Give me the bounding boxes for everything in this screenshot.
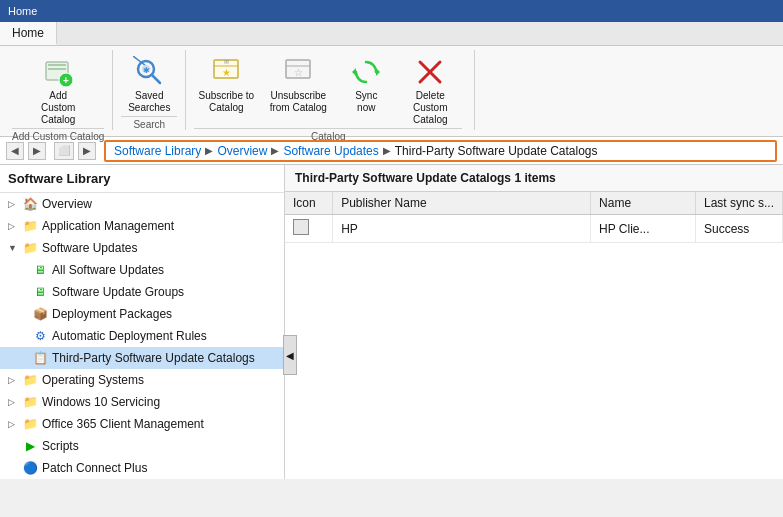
title-bar-label: Home	[8, 5, 37, 17]
saved-searches-label: Saved Searches	[128, 90, 170, 114]
add-catalog-icon: +	[42, 56, 74, 88]
unsubscribe-button[interactable]: ☆ Unsubscribe from Catalog	[262, 54, 334, 116]
svg-marker-17	[376, 68, 380, 76]
sidebar-label-all-sw: All Software Updates	[52, 263, 164, 277]
sync-button[interactable]: Sync now	[338, 54, 394, 116]
sidebar-collapse-button[interactable]: ◀	[283, 335, 297, 375]
sw-groups-icon: 🖥	[32, 284, 48, 300]
overview-icon: 🏠	[22, 196, 38, 212]
subscribe-button[interactable]: ★ ✉ Subscribe to Catalog	[194, 54, 258, 116]
svg-marker-18	[352, 68, 356, 76]
sidebar-item-os[interactable]: ▷ 📁 Operating Systems	[0, 369, 284, 391]
svg-rect-1	[48, 64, 66, 66]
sidebar-label-os: Operating Systems	[42, 373, 144, 387]
ribbon-group-add-catalog: + Add Custom Catalog Add Custom Catalog	[4, 50, 113, 130]
back-button[interactable]: ◀	[6, 142, 24, 160]
nav-right-button[interactable]: ▶	[78, 142, 96, 160]
svg-text:+: +	[63, 75, 69, 86]
ribbon-group-catalog: ★ ✉ Subscribe to Catalog ☆	[186, 50, 475, 130]
sidebar-title: Software Library	[0, 165, 284, 193]
win10-icon: 📁	[22, 394, 38, 410]
sidebar: Software Library ▷ 🏠 Overview ▷ 📁 Applic…	[0, 165, 285, 479]
svg-text:☆: ☆	[294, 67, 303, 78]
sidebar-label-overview: Overview	[42, 197, 92, 211]
sidebar-item-software-updates[interactable]: ▼ 📁 Software Updates	[0, 237, 284, 259]
panel-item-count: 1 items	[514, 171, 555, 185]
sidebar-item-auto-deploy[interactable]: ⚙ Automatic Deployment Rules	[0, 325, 284, 347]
title-bar: Home	[0, 0, 783, 22]
table-row[interactable]: HP HP Clie... Success	[285, 215, 783, 243]
delete-button[interactable]: Delete Custom Catalog	[398, 54, 462, 128]
breadcrumb-software-library[interactable]: Software Library	[114, 144, 201, 158]
data-table: Icon Publisher Name Name Last sync s... …	[285, 192, 783, 243]
col-name[interactable]: Name	[591, 192, 696, 215]
breadcrumb-overview[interactable]: Overview	[217, 144, 267, 158]
expand-win10: ▷	[8, 397, 18, 407]
svg-line-6	[152, 75, 160, 83]
saved-searches-icon: ✱	[133, 56, 165, 88]
table-header-row: Icon Publisher Name Name Last sync s...	[285, 192, 783, 215]
col-last-sync[interactable]: Last sync s...	[695, 192, 782, 215]
sidebar-label-app-mgmt: Application Management	[42, 219, 174, 233]
svg-text:✱: ✱	[143, 66, 150, 75]
sidebar-item-scripts[interactable]: ▶ Scripts	[0, 435, 284, 457]
right-panel: Third-Party Software Update Catalogs 1 i…	[285, 165, 783, 479]
svg-rect-2	[48, 68, 66, 70]
all-sw-icon: 🖥	[32, 262, 48, 278]
nav-up-button[interactable]: ⬜	[54, 142, 74, 160]
subscribe-label: Subscribe to Catalog	[198, 90, 254, 114]
unsubscribe-icon: ☆	[282, 56, 314, 88]
sidebar-item-third-party-catalogs[interactable]: 📋 Third-Party Software Update Catalogs	[0, 347, 284, 369]
main-wrapper: ◀ Software Library ▷ 🏠 Overview ▷ 📁 Appl…	[0, 165, 783, 479]
forward-button[interactable]: ▶	[28, 142, 46, 160]
row-name: HP Clie...	[591, 215, 696, 243]
row-last-sync: Success	[695, 215, 782, 243]
sidebar-item-office365[interactable]: ▷ 📁 Office 365 Client Management	[0, 413, 284, 435]
sidebar-label-scripts: Scripts	[42, 439, 79, 453]
sidebar-label-third-party: Third-Party Software Update Catalogs	[52, 351, 255, 365]
third-party-icon: 📋	[32, 350, 48, 366]
panel-header: Third-Party Software Update Catalogs 1 i…	[285, 165, 783, 192]
breadcrumb-software-updates[interactable]: Software Updates	[283, 144, 378, 158]
sidebar-item-overview[interactable]: ▷ 🏠 Overview	[0, 193, 284, 215]
col-icon[interactable]: Icon	[285, 192, 333, 215]
sidebar-item-app-management[interactable]: ▷ 📁 Application Management	[0, 215, 284, 237]
ribbon: Home + Add Custom	[0, 22, 783, 137]
ribbon-group-label-search: Search	[121, 116, 177, 132]
sidebar-label-deploy-pkg: Deployment Packages	[52, 307, 172, 321]
col-publisher[interactable]: Publisher Name	[333, 192, 591, 215]
expand-office365: ▷	[8, 419, 18, 429]
sidebar-item-all-sw-updates[interactable]: 🖥 All Software Updates	[0, 259, 284, 281]
breadcrumb: Software Library ▶ Overview ▶ Software U…	[104, 140, 777, 162]
scripts-icon: ▶	[22, 438, 38, 454]
sync-icon	[350, 56, 382, 88]
saved-searches-button[interactable]: ✱ Saved Searches	[121, 54, 177, 116]
ribbon-content: + Add Custom Catalog Add Custom Catalog	[0, 46, 783, 136]
row-icon	[293, 219, 309, 235]
expand-os: ▷	[8, 375, 18, 385]
sidebar-label-sw-groups: Software Update Groups	[52, 285, 184, 299]
add-custom-catalog-button[interactable]: + Add Custom Catalog	[30, 54, 86, 128]
breadcrumb-third-party[interactable]: Third-Party Software Update Catalogs	[395, 144, 598, 158]
sync-label: Sync now	[355, 90, 377, 114]
sidebar-item-sw-update-groups[interactable]: 🖥 Software Update Groups	[0, 281, 284, 303]
row-icon-cell	[285, 215, 333, 243]
sidebar-item-patch-connect[interactable]: 🔵 Patch Connect Plus	[0, 457, 284, 479]
row-publisher: HP	[333, 215, 591, 243]
sidebar-label-office365: Office 365 Client Management	[42, 417, 204, 431]
sidebar-item-win10[interactable]: ▷ 📁 Windows 10 Servicing	[0, 391, 284, 413]
app-mgmt-icon: 📁	[22, 218, 38, 234]
tab-home[interactable]: Home	[0, 22, 57, 45]
expand-sw-updates: ▼	[8, 243, 18, 253]
os-icon: 📁	[22, 372, 38, 388]
sidebar-item-deployment-packages[interactable]: 📦 Deployment Packages	[0, 303, 284, 325]
patch-icon: 🔵	[22, 460, 38, 476]
subscribe-icon: ★ ✉	[210, 56, 242, 88]
breadcrumb-bar: ◀ ▶ ⬜ ▶ Software Library ▶ Overview ▶ So…	[0, 137, 783, 165]
office365-icon: 📁	[22, 416, 38, 432]
expand-overview: ▷	[8, 199, 18, 209]
sidebar-label-sw-updates: Software Updates	[42, 241, 137, 255]
panel-title: Third-Party Software Update Catalogs	[295, 171, 511, 185]
ribbon-tabs: Home	[0, 22, 783, 46]
svg-text:★: ★	[222, 67, 231, 78]
